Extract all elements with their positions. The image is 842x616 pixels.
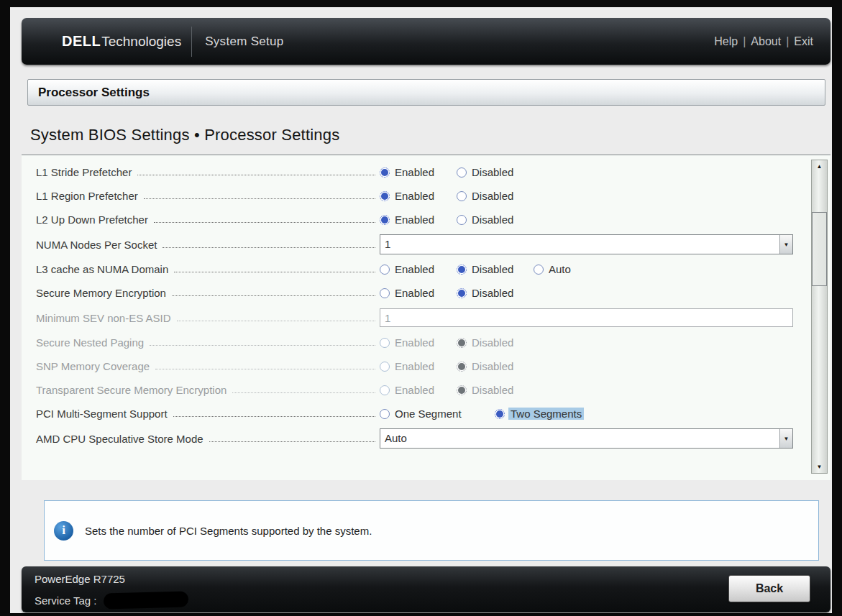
radio-selected-icon <box>457 362 467 372</box>
setting-label: SNP Memory Coverage <box>36 360 150 372</box>
radio-unselected-icon <box>380 362 390 372</box>
link-separator: | <box>786 35 789 47</box>
dell-logo-text: DELL <box>62 33 101 50</box>
radio-unselected-icon[interactable] <box>534 265 544 275</box>
setting-row-l1-stride-prefetcher: L1 Stride Prefetcher Enabled Disabled <box>36 160 793 184</box>
setting-row-l3-cache-numa-domain: L3 cache as NUMA Domain Enabled Disabled… <box>36 257 793 281</box>
dotted-leader <box>154 221 375 223</box>
radio-selected-icon <box>457 338 467 348</box>
dell-logo-subtext: Technologies <box>101 34 181 50</box>
dotted-leader <box>150 344 375 346</box>
setting-row-secure-nested-paging: Secure Nested Paging Enabled Disabled <box>36 331 793 354</box>
section-title-bar: Processor Settings <box>27 79 825 106</box>
option-one-segment[interactable]: One Segment <box>380 408 495 420</box>
option-disabled[interactable]: Disabled <box>457 263 534 275</box>
option-disabled[interactable]: Disabled <box>457 166 534 178</box>
header-divider <box>191 27 192 57</box>
server-model: PowerEdge R7725 <box>35 573 125 585</box>
dotted-leader <box>232 392 375 393</box>
dotted-leader <box>172 295 375 296</box>
chevron-down-icon[interactable]: ▼ <box>779 235 792 254</box>
radio-unselected-icon[interactable] <box>380 265 390 275</box>
option-enabled[interactable]: Enabled <box>380 287 457 299</box>
dotted-leader <box>155 368 375 369</box>
radio-selected-icon <box>457 385 467 395</box>
setting-row-l1-region-prefetcher: L1 Region Prefetcher Enabled Disabled <box>36 184 793 208</box>
speculative-store-mode-select[interactable]: Auto ▼ <box>380 428 793 449</box>
scrollbar-thumb[interactable] <box>812 212 827 286</box>
settings-list: L1 Stride Prefetcher Enabled Disabled L1… <box>36 160 793 451</box>
option-enabled[interactable]: Enabled <box>380 263 457 275</box>
option-enabled[interactable]: Enabled <box>380 190 457 202</box>
option-enabled: Enabled <box>380 336 457 349</box>
app-title: System Setup <box>205 35 283 49</box>
numa-nodes-select[interactable]: 1 ▼ <box>380 234 793 254</box>
setting-label: Secure Memory Encryption <box>36 287 166 299</box>
option-auto[interactable]: Auto <box>534 263 610 275</box>
chevron-down-icon[interactable]: ▼ <box>779 429 792 448</box>
service-tag-label: Service Tag : <box>35 594 96 607</box>
radio-selected-icon[interactable] <box>457 265 467 275</box>
setting-label: L3 cache as NUMA Domain <box>36 263 168 275</box>
settings-panel: L1 Stride Prefetcher Enabled Disabled L1… <box>22 155 830 480</box>
radio-unselected-icon[interactable] <box>380 409 390 419</box>
help-info-box: i Sets the number of PCI Segments suppor… <box>44 500 819 561</box>
setting-row-amd-speculative-store-mode: AMD CPU Speculative Store Mode Auto ▼ <box>36 426 793 451</box>
option-disabled: Disabled <box>457 360 534 372</box>
breadcrumb: System BIOS Settings • Processor Setting… <box>30 126 821 144</box>
option-disabled[interactable]: Disabled <box>457 190 534 202</box>
dotted-leader <box>144 198 375 199</box>
setting-label: PCI Multi-Segment Support <box>36 408 168 420</box>
setting-row-l2-up-down-prefetcher: L2 Up Down Prefetcher Enabled Disabled <box>36 208 793 231</box>
back-button[interactable]: Back <box>728 575 810 602</box>
option-two-segments[interactable]: Two Segments <box>495 408 584 420</box>
highlighted-option-label: Two Segments <box>508 408 584 420</box>
radio-unselected-icon[interactable] <box>457 215 467 225</box>
radio-unselected-icon[interactable] <box>380 288 390 298</box>
setting-label: Transparent Secure Memory Encryption <box>36 384 226 396</box>
option-enabled[interactable]: Enabled <box>380 213 457 226</box>
select-value: Auto <box>380 429 779 448</box>
setting-label: Minimum SEV non-ES ASID <box>36 312 171 324</box>
setting-row-snp-memory-coverage: SNP Memory Coverage Enabled Disabled <box>36 354 793 378</box>
option-disabled[interactable]: Disabled <box>457 287 534 299</box>
dotted-leader <box>163 247 375 248</box>
option-disabled: Disabled <box>457 384 534 396</box>
radio-selected-icon[interactable] <box>380 191 390 201</box>
info-message: Sets the number of PCI Segments supporte… <box>85 525 372 537</box>
select-value: 1 <box>380 235 779 254</box>
dotted-leader <box>173 415 375 417</box>
setting-label: AMD CPU Speculative Store Mode <box>36 433 203 445</box>
dotted-leader <box>177 320 375 321</box>
link-separator: | <box>743 35 746 47</box>
scroll-up-icon[interactable]: ▲ <box>812 163 827 170</box>
help-link[interactable]: Help <box>714 35 738 47</box>
radio-selected-icon[interactable] <box>380 215 390 225</box>
radio-selected-icon[interactable] <box>457 288 467 298</box>
radio-unselected-icon[interactable] <box>457 167 467 178</box>
option-disabled: Disabled <box>457 336 534 349</box>
radio-selected-icon[interactable] <box>495 409 505 419</box>
dotted-leader <box>209 441 375 442</box>
about-link[interactable]: About <box>751 35 781 47</box>
vertical-scrollbar[interactable]: ▲ ▼ <box>811 160 828 474</box>
service-tag-redaction <box>104 591 189 609</box>
radio-unselected-icon <box>380 338 390 348</box>
option-enabled: Enabled <box>380 360 457 372</box>
radio-selected-icon[interactable] <box>380 167 390 178</box>
footer-bar: PowerEdge R7725 Service Tag : Back <box>22 566 830 612</box>
setting-row-pci-multi-segment: PCI Multi-Segment Support One Segment Tw… <box>36 402 793 426</box>
option-enabled[interactable]: Enabled <box>380 166 457 178</box>
setting-label: L2 Up Down Prefetcher <box>36 213 148 226</box>
dotted-leader <box>137 174 375 175</box>
radio-unselected-icon <box>380 385 390 395</box>
top-header-bar: DELLTechnologies System Setup Help|About… <box>22 18 830 65</box>
service-tag: Service Tag : <box>35 592 188 608</box>
setting-label: L1 Region Prefetcher <box>36 190 138 202</box>
exit-link[interactable]: Exit <box>794 35 813 47</box>
radio-unselected-icon[interactable] <box>457 191 467 201</box>
scroll-down-icon[interactable]: ▼ <box>812 464 827 470</box>
dell-logo: DELLTechnologies <box>22 18 181 65</box>
option-disabled[interactable]: Disabled <box>457 213 534 226</box>
setting-row-transparent-sme: Transparent Secure Memory Encryption Ena… <box>36 378 793 402</box>
